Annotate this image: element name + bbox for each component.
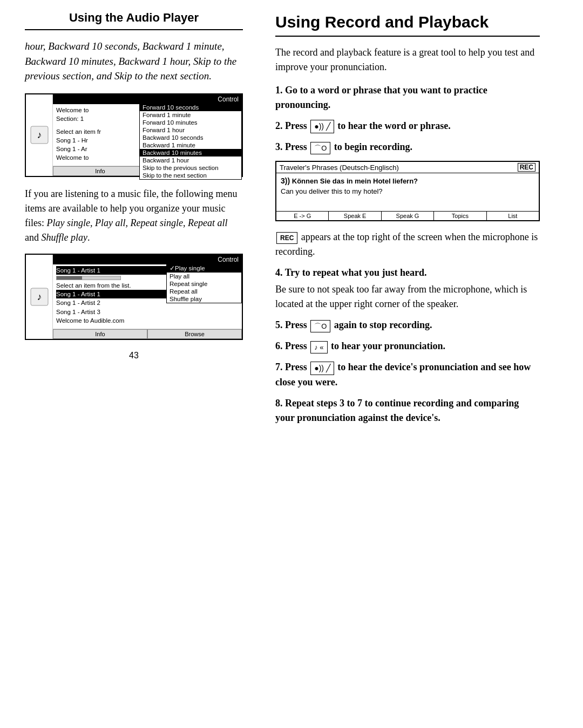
screen-mockup-2: ♪ Control Song 1 - Artist 1 Select an it… bbox=[25, 254, 243, 340]
left-intro-text: hour, Backward 10 seconds, Backward 1 mi… bbox=[25, 39, 243, 84]
screen-list-item-3: Song 1 - Artist 3 bbox=[56, 308, 239, 316]
device-screen-header: Traveler's Phrases (Deutsch-Englisch) RE… bbox=[276, 162, 539, 173]
step-2-text: to hear the word or phrase. bbox=[335, 120, 451, 131]
screen-frame-2: ♪ Control Song 1 - Artist 1 Select an it… bbox=[25, 254, 243, 340]
phrase-german: 3)) Können Sie das in mein Hotel liefern… bbox=[281, 176, 534, 185]
dropdown-item-9: Skip to the next section bbox=[140, 172, 241, 179]
screen-footer-2: Info Browse bbox=[53, 329, 242, 339]
button-device-play: ●)) ╱ bbox=[310, 362, 334, 375]
footer-speakg: Speak G bbox=[382, 212, 434, 220]
rec-inline-badge: REC bbox=[276, 232, 297, 244]
screen-content-1: Control Welcome to Section: 1 Select an … bbox=[53, 94, 242, 176]
left-section-title: Using the Audio Player bbox=[25, 11, 243, 25]
screen-frame-1: ♪ Control Welcome to Section: 1 Select a… bbox=[25, 93, 243, 178]
dropdown2-item-3: Repeat single bbox=[167, 280, 241, 288]
page-number: 43 bbox=[25, 351, 243, 360]
button-play: ●)) ╱ bbox=[310, 120, 334, 133]
dropdown-item-8: Skip to the previous section bbox=[140, 164, 241, 172]
button-playback: ♪ « bbox=[310, 341, 327, 354]
info-button-2[interactable]: Info bbox=[53, 329, 147, 339]
right-intro: The record and playback feature is a gre… bbox=[275, 45, 540, 74]
left-divider bbox=[25, 29, 243, 30]
step-1: 1. Go to a word or phrase that you want … bbox=[275, 83, 540, 112]
step-6-text: to hear your pronunciation. bbox=[329, 341, 446, 351]
paragraph-2: If you are listening to a music file, th… bbox=[25, 187, 243, 245]
dropdown-item-7: Backward 1 hour bbox=[140, 157, 241, 164]
dropdown-item-5: Backward 1 minute bbox=[140, 141, 241, 149]
step-7-num: 7. Press bbox=[275, 362, 309, 372]
step-8: 8. Repeat steps 3 to 7 to continue recor… bbox=[275, 396, 540, 425]
step-6-num: 6. Press bbox=[275, 341, 309, 351]
music-note-icon: ♪ bbox=[30, 125, 49, 145]
device-screen-body: 3)) Können Sie das in mein Hotel liefern… bbox=[276, 173, 539, 211]
dropdown-item-2: Forward 10 minutes bbox=[140, 119, 241, 126]
dropdown-item-1: Forward 1 minute bbox=[140, 111, 241, 119]
screen-list-item-4: Welcome to Audible.com bbox=[56, 316, 239, 325]
dropdown2-item-1: ✓Play single bbox=[167, 264, 241, 273]
footer-eg: E -> G bbox=[276, 212, 329, 220]
device-screen-title: Traveler's Phrases (Deutsch-Englisch) bbox=[280, 164, 399, 172]
screen-icon-2: ♪ bbox=[26, 255, 53, 339]
step-4-header: 4. Try to repeat what you just heard. bbox=[275, 267, 427, 278]
right-divider bbox=[275, 36, 540, 37]
dropdown-item-0: Forward 10 seconds bbox=[140, 104, 241, 111]
info-button-1[interactable]: Info bbox=[53, 166, 147, 176]
phrase-german-text: Können Sie das in mein Hotel liefern? bbox=[292, 177, 418, 185]
step-3-num: 3. Press bbox=[275, 141, 309, 152]
step-6: 6. Press ♪ « to hear your pronunciation. bbox=[275, 339, 540, 353]
rec-appears-description: appears at the top right of the screen w… bbox=[275, 232, 538, 257]
right-column: Using Record and Playback The record and… bbox=[259, 11, 561, 706]
browse-button-2[interactable]: Browse bbox=[147, 329, 242, 339]
device-screen: Traveler's Phrases (Deutsch-Englisch) RE… bbox=[275, 161, 540, 221]
step-4-subtext: Be sure to not speak too far away from t… bbox=[275, 282, 540, 311]
left-column: Using the Audio Player hour, Backward 10… bbox=[0, 11, 259, 706]
step-2: 2. Press ●)) ╱ to hear the word or phras… bbox=[275, 119, 540, 133]
para2-text2: and bbox=[25, 232, 42, 243]
rec-appears-text: REC appears at the top right of the scre… bbox=[275, 230, 540, 259]
step-7: 7. Press ●)) ╱ to hear the device's pron… bbox=[275, 360, 540, 389]
para2-italic: Play single, Play all, Repeat single, Re… bbox=[47, 217, 228, 228]
step-8-text: 8. Repeat steps 3 to 7 to continue recor… bbox=[275, 398, 519, 423]
footer-speake: Speak E bbox=[329, 212, 381, 220]
svg-text:♪: ♪ bbox=[37, 291, 42, 302]
progress-fill bbox=[57, 276, 82, 280]
rec-badge: REC bbox=[518, 163, 535, 172]
step-3-text: to begin recording. bbox=[331, 141, 412, 152]
device-screen-footer: E -> G Speak E Speak G Topics List bbox=[276, 211, 539, 220]
phrase-english: Can you deliver this to my hotel? bbox=[281, 187, 534, 195]
music-note-icon-2: ♪ bbox=[30, 287, 49, 307]
page-container: Using the Audio Player hour, Backward 10… bbox=[0, 0, 583, 728]
dropdown2-item-4: Repeat all bbox=[167, 288, 241, 295]
dropdown-item-6: Backward 10 minutes bbox=[140, 149, 241, 157]
footer-list: List bbox=[487, 212, 539, 220]
screen-icon-1: ♪ bbox=[26, 94, 53, 176]
progress-bar bbox=[56, 276, 121, 280]
screen-content-2: Control Song 1 - Artist 1 Select an item… bbox=[53, 255, 242, 339]
footer-topics: Topics bbox=[434, 212, 486, 220]
step-2-num: 2. Press bbox=[275, 120, 309, 131]
screen-mockup-1: ♪ Control Welcome to Section: 1 Select a… bbox=[25, 93, 243, 178]
para2-shuffle: Shuffle play bbox=[42, 232, 87, 243]
step-3: 3. Press ⌒O to begin recording. bbox=[275, 140, 540, 154]
step-5-num: 5. Press bbox=[275, 319, 309, 330]
right-section-title: Using Record and Playback bbox=[275, 11, 540, 31]
phrase-speaker-icon: 3)) bbox=[281, 176, 290, 185]
button-stop: ⌒O bbox=[310, 320, 330, 333]
para2-period: . bbox=[87, 232, 90, 243]
button-record: ⌒O bbox=[310, 142, 330, 155]
dropdown-overlay-2: ✓Play single Play all Repeat single Repe… bbox=[166, 263, 242, 303]
dropdown2-item-5: Shuffle play bbox=[167, 295, 241, 303]
step-5-text: again to stop recording. bbox=[331, 319, 432, 330]
svg-text:♪: ♪ bbox=[37, 130, 42, 140]
step-1-num: 1. Go to a word or phrase that you want … bbox=[275, 85, 487, 110]
dropdown-item-4: Backward 10 seconds bbox=[140, 134, 241, 141]
dropdown-item-3: Forward 1 hour bbox=[140, 126, 241, 134]
dropdown-overlay-1: Forward 10 seconds Forward 1 minute Forw… bbox=[139, 103, 242, 180]
step-4: 4. Try to repeat what you just heard. Be… bbox=[275, 266, 540, 311]
dropdown2-item-2: Play all bbox=[167, 273, 241, 280]
step-5: 5. Press ⌒O again to stop recording. bbox=[275, 318, 540, 332]
